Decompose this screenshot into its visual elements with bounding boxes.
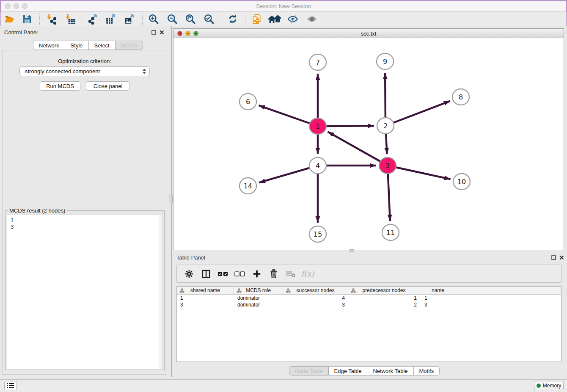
horizontal-splitter-handle[interactable] — [350, 249, 354, 252]
window-top-edge — [0, 0, 567, 1]
result-scrollbar[interactable] — [159, 215, 162, 369]
graph-node-1[interactable]: 1 — [309, 118, 326, 134]
tab-network[interactable]: Network — [33, 41, 65, 50]
edge-4-14[interactable] — [259, 166, 318, 182]
close-table-panel-icon[interactable] — [559, 255, 564, 260]
cell-mcds-role[interactable]: dominator — [234, 295, 283, 301]
zoom-fit-icon[interactable] — [183, 13, 198, 25]
import-network-icon[interactable] — [44, 13, 59, 25]
graph-node-4[interactable]: 4 — [309, 157, 326, 174]
toolbar-separator — [82, 14, 82, 25]
edge-3-1[interactable] — [328, 132, 388, 166]
edge-2-8[interactable] — [385, 101, 450, 126]
column-header-mcds-role[interactable]: MCDS role — [234, 287, 283, 294]
control-panel-tabs: Network Style Select MCDS — [33, 41, 143, 50]
table-row[interactable]: 1 dominator 4 1 1 — [177, 295, 561, 301]
task-history-button[interactable] — [4, 381, 17, 390]
graph-node-2[interactable]: 2 — [377, 118, 394, 134]
column-header-successor-nodes[interactable]: successor nodes — [283, 287, 348, 294]
tab-edge-table[interactable]: Edge Table — [329, 366, 368, 375]
column-header-name[interactable]: name — [420, 287, 456, 294]
graph-node-6[interactable]: 6 — [239, 94, 256, 110]
chevron-updown-icon — [143, 69, 146, 74]
zoom-out-icon[interactable] — [165, 13, 179, 25]
function-builder-icon: f(x) — [302, 268, 313, 280]
refresh-icon[interactable] — [226, 13, 240, 25]
cell-name[interactable]: 1 — [420, 295, 456, 301]
cell-name[interactable]: 3 — [420, 301, 456, 308]
open-session-icon[interactable] — [2, 13, 17, 25]
export-image-icon[interactable] — [122, 13, 137, 25]
duplicate-network-icon[interactable] — [250, 13, 264, 25]
edge-1-6[interactable] — [259, 105, 318, 126]
edge-3-10[interactable] — [388, 166, 451, 179]
add-column-icon[interactable] — [251, 268, 262, 280]
status-bar: Memory — [0, 379, 567, 392]
delete-table-icon — [285, 268, 296, 280]
table-tabs: Node Table Edge Table Network Table Moti… — [289, 366, 440, 375]
table-row[interactable]: 3 dominator 3 2 3 — [177, 301, 561, 308]
columns-icon[interactable] — [201, 268, 212, 280]
column-header-predecessor-nodes[interactable]: predecessor nodes — [348, 287, 420, 294]
workspace: Control Panel Network Style Select MCDS … — [0, 26, 567, 379]
toolbar-separator — [39, 14, 40, 25]
run-mcds-button[interactable]: Run MCDS — [40, 81, 80, 91]
table-panel: Table Panel f(x) — [173, 252, 567, 377]
close-panel-icon[interactable] — [160, 30, 164, 35]
home-icon[interactable] — [267, 13, 282, 25]
deselect-all-icon[interactable] — [234, 268, 245, 280]
tab-mcds[interactable]: MCDS — [116, 41, 143, 50]
graph-node-10[interactable]: 10 — [453, 174, 470, 190]
export-table-icon[interactable] — [104, 13, 118, 25]
zoom-in-icon[interactable] — [146, 13, 161, 25]
tab-node-table[interactable]: Node Table — [289, 366, 329, 375]
hide-details-icon[interactable] — [286, 13, 300, 25]
cell-shared-name[interactable]: 3 — [177, 301, 234, 308]
float-table-panel-icon[interactable] — [551, 255, 556, 260]
mcds-result-list[interactable]: 1 3 — [7, 215, 163, 370]
network-canvas[interactable]: 7968124314101511 — [173, 38, 564, 250]
save-session-icon[interactable] — [20, 13, 34, 25]
column-header-shared-name[interactable]: shared name — [177, 287, 234, 294]
graph-node-8[interactable]: 8 — [452, 89, 469, 105]
graph-node-14[interactable]: 14 — [239, 178, 256, 194]
cell-mcds-role[interactable]: dominator — [234, 301, 283, 308]
graph-node-15[interactable]: 15 — [309, 226, 326, 242]
cell-successor-nodes[interactable]: 4 — [283, 295, 348, 301]
criterion-dropdown[interactable]: strongly connected component — [19, 66, 150, 76]
criterion-value: strongly connected component — [25, 68, 100, 75]
cell-shared-name[interactable]: 1 — [177, 295, 234, 301]
tab-select[interactable]: Select — [89, 41, 116, 50]
tab-network-table[interactable]: Network Table — [367, 366, 413, 375]
attribute-icon — [351, 288, 356, 293]
float-panel-icon[interactable] — [151, 30, 156, 35]
main-titlebar: Session: New Session — [0, 0, 567, 12]
network-window-titlebar[interactable]: scc.txt — [173, 29, 564, 38]
export-network-icon[interactable] — [86, 13, 100, 25]
graph-node-11[interactable]: 11 — [382, 224, 399, 240]
svg-text:9: 9 — [383, 58, 387, 66]
memory-button[interactable]: Memory — [534, 381, 564, 390]
zoom-selected-icon[interactable] — [202, 13, 216, 25]
svg-text:14: 14 — [244, 182, 252, 190]
toolbar-separator — [222, 14, 222, 25]
graph-node-9[interactable]: 9 — [377, 53, 394, 69]
graph-node-7[interactable]: 7 — [309, 54, 326, 70]
tab-motifs[interactable]: Motifs — [414, 366, 440, 375]
memory-status-icon — [537, 384, 541, 388]
cell-successor-nodes[interactable]: 3 — [283, 301, 348, 308]
attribute-icon — [179, 288, 184, 293]
cell-predecessor-nodes[interactable]: 1 — [348, 295, 420, 301]
graph-node-3[interactable]: 3 — [379, 157, 396, 174]
import-table-icon[interactable] — [63, 13, 77, 25]
vertical-splitter-handle[interactable] — [169, 196, 173, 203]
table-toolbar: f(x) — [176, 265, 561, 283]
tab-style[interactable]: Style — [65, 41, 89, 50]
preview-icon[interactable] — [305, 13, 319, 25]
delete-column-icon[interactable] — [268, 268, 279, 280]
close-panel-button[interactable]: Close panel — [86, 81, 130, 91]
gear-icon[interactable] — [184, 268, 195, 280]
cell-predecessor-nodes[interactable]: 2 — [348, 301, 420, 308]
select-all-icon[interactable] — [217, 268, 228, 280]
attribute-icon — [286, 288, 291, 293]
